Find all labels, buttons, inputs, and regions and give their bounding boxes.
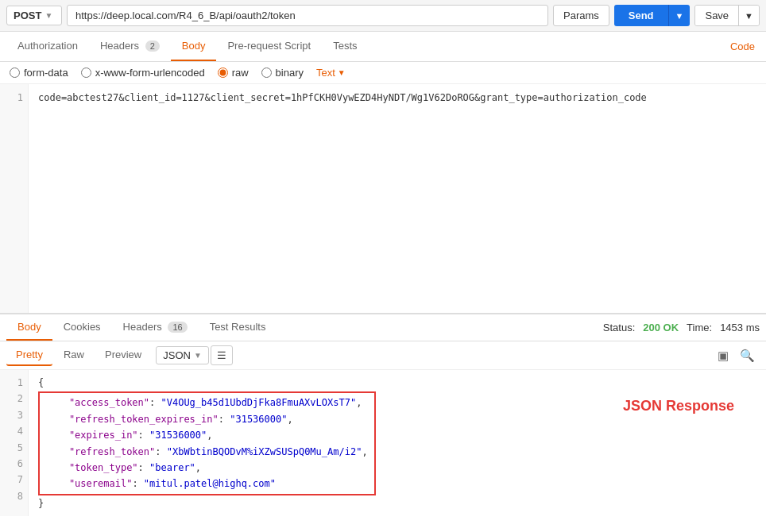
response-subtabs: Pretty Raw Preview JSON ▼ ☰ ▣ 🔍 — [0, 341, 766, 370]
status-area: Status: 200 OK Time: 1453 ms — [603, 322, 760, 333]
request-body-editor[interactable]: code=abctest27&client_id=1127&client_sec… — [29, 84, 766, 313]
binary-option[interactable]: binary — [261, 67, 304, 79]
form-data-option[interactable]: form-data — [10, 67, 68, 79]
tab-headers[interactable]: Headers 2 — [89, 32, 171, 61]
headers-badge: 2 — [145, 40, 160, 52]
copy-icon[interactable]: ▣ — [713, 345, 733, 366]
urlencoded-option[interactable]: x-www-form-urlencoded — [81, 67, 205, 79]
text-label: Text — [316, 67, 335, 79]
raw-option[interactable]: raw — [218, 67, 249, 79]
lower-tab-cookies[interactable]: Cookies — [52, 314, 112, 341]
lower-tab-test-results[interactable]: Test Results — [199, 314, 277, 341]
response-tab-bar: Body Cookies Headers 16 Test Results Sta… — [0, 314, 766, 341]
json-format-label: JSON — [163, 349, 191, 361]
subtab-raw[interactable]: Raw — [54, 345, 94, 366]
format-chevron-icon: ▼ — [194, 351, 202, 360]
save-button[interactable]: Save — [695, 6, 738, 25]
response-code: { "access_token": "V4OUg_b45d1UbdDjFka8F… — [29, 370, 766, 516]
resp-line-numbers: 12345678 — [0, 370, 29, 516]
send-button[interactable]: Send — [614, 5, 668, 26]
lower-tab-body[interactable]: Body — [6, 314, 52, 341]
url-bar: POST ▼ Params Send ▼ Save ▼ — [0, 0, 766, 32]
lower-tab-headers[interactable]: Headers 16 — [112, 314, 199, 341]
text-dropdown[interactable]: Text ▼ — [316, 67, 346, 79]
subtab-pretty[interactable]: Pretty — [6, 345, 52, 366]
line-numbers: 1 — [0, 84, 29, 313]
save-dropdown-button[interactable]: ▼ — [738, 6, 759, 25]
send-group: Send ▼ — [614, 5, 691, 26]
json-highlight-box: "access_token": "V4OUg_b45d1UbdDjFka8Fmu… — [38, 391, 376, 495]
json-format-select[interactable]: JSON ▼ — [156, 346, 209, 364]
method-select[interactable]: POST ▼ — [6, 6, 62, 25]
url-input[interactable] — [67, 5, 548, 26]
search-icon[interactable]: 🔍 — [735, 345, 760, 366]
status-label: Status: — [603, 322, 635, 333]
method-chevron-icon: ▼ — [44, 11, 52, 20]
close-brace: } — [38, 498, 44, 509]
text-chevron-icon: ▼ — [338, 68, 346, 77]
send-dropdown-button[interactable]: ▼ — [668, 5, 691, 26]
time-value: 1453 ms — [720, 322, 760, 333]
tab-tests[interactable]: Tests — [322, 32, 368, 61]
lower-section: Body Cookies Headers 16 Test Results Sta… — [0, 314, 766, 516]
resp-headers-badge: 16 — [168, 322, 187, 333]
request-editor: 1 code=abctest27&client_id=1127&client_s… — [0, 84, 766, 314]
time-label: Time: — [687, 322, 712, 333]
body-options: form-data x-www-form-urlencoded raw bina… — [0, 62, 766, 84]
request-tab-bar: Authorization Headers 2 Body Pre-request… — [0, 32, 766, 62]
format-button[interactable]: ☰ — [211, 345, 233, 365]
method-label: POST — [14, 10, 41, 21]
json-response-annotation: JSON Response — [623, 394, 734, 418]
tab-authorization[interactable]: Authorization — [6, 32, 89, 61]
subtab-preview[interactable]: Preview — [95, 345, 151, 366]
open-brace: { — [38, 377, 44, 388]
status-value: 200 OK — [643, 322, 679, 333]
save-group: Save ▼ — [694, 5, 760, 26]
response-body: 12345678 { "access_token": "V4OUg_b45d1U… — [0, 370, 766, 516]
params-button[interactable]: Params — [553, 5, 609, 26]
code-link[interactable]: Code — [725, 33, 760, 60]
tab-prerequest[interactable]: Pre-request Script — [216, 32, 322, 61]
tab-body[interactable]: Body — [171, 32, 217, 61]
